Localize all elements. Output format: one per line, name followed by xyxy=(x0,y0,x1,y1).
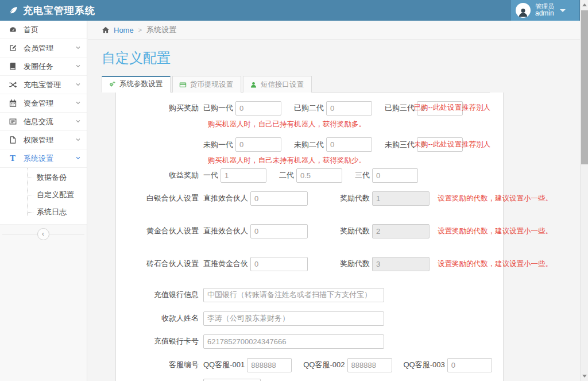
submenu-item-custom-config[interactable]: 自定义配置 xyxy=(0,186,87,203)
sidebar-item-messages[interactable]: 信息交流 xyxy=(0,113,87,131)
diamond-generations-input xyxy=(372,257,430,271)
app-brand: 充电宝管理系统 xyxy=(0,0,588,21)
inline-label: 直推黄金合伙 xyxy=(203,259,248,269)
file-icon xyxy=(8,136,17,145)
sidebar-item-label: 资金管理 xyxy=(24,98,75,109)
tab-label: 系统参数设置 xyxy=(119,79,163,89)
avatar xyxy=(516,3,531,18)
chevron-down-icon xyxy=(75,44,81,52)
page-scrollbar[interactable] xyxy=(580,0,588,381)
qq-003-input[interactable] xyxy=(447,358,492,372)
income-gen2-input[interactable] xyxy=(296,168,342,183)
bank-card-input[interactable] xyxy=(203,334,384,349)
sidebar-item-system-settings[interactable]: T 系统设置 xyxy=(0,149,87,168)
gears-icon xyxy=(109,80,116,88)
inline-label: 二代 xyxy=(279,170,294,180)
unbought-gen2-input[interactable] xyxy=(326,137,372,152)
system-settings-submenu: 数据备份 自定义配置 系统日志 xyxy=(0,168,87,225)
income-gen1-input[interactable] xyxy=(220,168,266,183)
inline-label: QQ客服-003 xyxy=(404,360,445,370)
dashboard-icon xyxy=(8,25,17,34)
inline-label: 未购三代 xyxy=(385,140,415,150)
note-text: 设置奖励的代数，建议设置小一些。 xyxy=(438,259,552,269)
home-icon xyxy=(102,26,110,34)
inline-label: 奖励代数 xyxy=(340,193,370,203)
sidebar-collapse-bar: ‹ xyxy=(0,227,87,242)
field-label: 收款人姓名 xyxy=(116,311,203,326)
system-params-panel: 购买奖励 已购一代 已购二代 已购三代 已购--此处设置推荐别人 购买机器人时，… xyxy=(115,93,504,381)
field-label: 白银合伙人设置 xyxy=(116,191,203,206)
gold-direct-input[interactable] xyxy=(250,224,308,238)
form-row-payee-name: 收款人姓名 xyxy=(116,311,496,326)
sidebar: 首页 会员管理 发圈任务 充电宝管理 资金管理 信息交流 xyxy=(0,21,87,381)
inline-label: 直推效合伙人 xyxy=(203,226,248,236)
note-text: 已购--此处设置推荐别人 xyxy=(414,103,490,113)
tab-sms-interface[interactable]: 短信接口设置 xyxy=(243,76,312,93)
inline-label: 未购二代 xyxy=(294,140,324,150)
collapse-sidebar-button[interactable]: ‹ xyxy=(37,228,49,240)
form-row-notbuy-reward: 未购一代 未购二代 未购三代 未购--此处设置推荐别人 xyxy=(116,137,496,152)
diamond-direct-input[interactable] xyxy=(250,257,308,271)
inline-label: 已购三代 xyxy=(385,103,415,113)
sidebar-item-powerbank[interactable]: 充电宝管理 xyxy=(0,76,87,94)
sidebar-item-label: 首页 xyxy=(24,25,81,35)
submenu-item-data-backup[interactable]: 数据备份 xyxy=(0,169,87,186)
tab-label: 货币提现设置 xyxy=(190,80,233,90)
field-label: 充值银行卡号 xyxy=(116,334,203,349)
scroll-up-arrow-icon[interactable] xyxy=(582,3,587,6)
breadcrumb-current: 系统设置 xyxy=(146,25,176,35)
scrollbar-thumb[interactable] xyxy=(581,10,588,164)
form-row-gift-robot: 购买赠送机器人编号 此处修改全系统机器人的编号 xyxy=(116,378,496,381)
note-text: 设置奖励的代数，建议设置小一些。 xyxy=(438,226,552,236)
breadcrumb: Home > 系统设置 xyxy=(88,21,580,40)
inline-label: 已购二代 xyxy=(294,103,324,113)
breadcrumb-home-link[interactable]: Home xyxy=(114,26,134,34)
admin-menu[interactable]: 管理员 admin xyxy=(511,0,579,21)
field-label: 购买赠送机器人编号 xyxy=(116,378,203,381)
income-gen3-input[interactable] xyxy=(372,168,418,183)
form-row-income-reward: 收益奖励 一代 二代 三代 xyxy=(116,168,496,183)
payee-name-input[interactable] xyxy=(203,311,384,326)
gift-robot-input[interactable] xyxy=(203,379,261,381)
scroll-down-arrow-icon[interactable] xyxy=(582,375,587,378)
note-text: 购买机器人时，自己已持有机器人，获得奖励多。 xyxy=(208,120,496,129)
sidebar-item-members[interactable]: 会员管理 xyxy=(0,39,87,57)
form-row-diamond-partner: 砖石合伙人设置 直推黄金合伙 奖励代数 设置奖励的代数，建议设置小一些。 xyxy=(116,256,496,271)
tab-system-params[interactable]: 系统参数设置 xyxy=(102,76,171,93)
newspaper-icon xyxy=(8,117,17,126)
tab-currency-withdraw[interactable]: 货币提现设置 xyxy=(172,76,241,93)
bank-info-input[interactable] xyxy=(203,288,384,302)
inline-label: 未购一代 xyxy=(203,140,233,150)
credit-card-icon xyxy=(179,81,187,88)
admin-name: admin xyxy=(535,10,554,17)
bought-gen1-input[interactable] xyxy=(235,101,281,116)
bought-gen2-input[interactable] xyxy=(326,101,372,116)
qq-002-input[interactable] xyxy=(347,358,392,372)
sidebar-item-tasks[interactable]: 发圈任务 xyxy=(0,57,87,76)
sidebar-item-label: 信息交流 xyxy=(24,117,75,127)
inline-label: QQ客服-002 xyxy=(303,360,345,370)
sidebar-item-label: 充电宝管理 xyxy=(24,80,75,90)
field-label: 客服编号 xyxy=(116,357,203,372)
qq-001-input[interactable] xyxy=(247,358,292,372)
top-header: 充电宝管理系统 管理员 admin xyxy=(0,0,588,21)
sidebar-item-funds[interactable]: 资金管理 xyxy=(0,94,87,113)
unbought-gen1-input[interactable] xyxy=(235,137,281,152)
note-text: 设置奖励的代数，建议设置小一些。 xyxy=(438,194,552,203)
sidebar-item-home[interactable]: 首页 xyxy=(0,21,87,39)
page-title: 自定义配置 xyxy=(102,49,580,67)
field-label: 砖石合伙人设置 xyxy=(116,256,203,271)
silver-direct-input[interactable] xyxy=(250,191,308,206)
book-icon xyxy=(8,62,17,71)
inline-label: 奖励代数 xyxy=(340,226,370,236)
field-label: 收益奖励 xyxy=(116,168,203,183)
form-row-silver-partner: 白银合伙人设置 直推效合伙人 奖励代数 设置奖励的代数，建议设置小一些。 xyxy=(116,191,496,206)
sidebar-item-permissions[interactable]: 权限管理 xyxy=(0,131,87,149)
chevron-down-icon xyxy=(75,154,81,163)
sidebar-item-label: 权限管理 xyxy=(24,135,75,145)
edit-icon xyxy=(8,44,17,53)
submenu-item-system-log[interactable]: 系统日志 xyxy=(0,203,87,221)
chevron-down-icon xyxy=(75,99,81,107)
form-row-gold-partner: 黄金合伙人设置 直推效合伙人 奖励代数 设置奖励的代数，建议设置小一些。 xyxy=(116,224,496,238)
text-T-icon: T xyxy=(8,154,17,163)
